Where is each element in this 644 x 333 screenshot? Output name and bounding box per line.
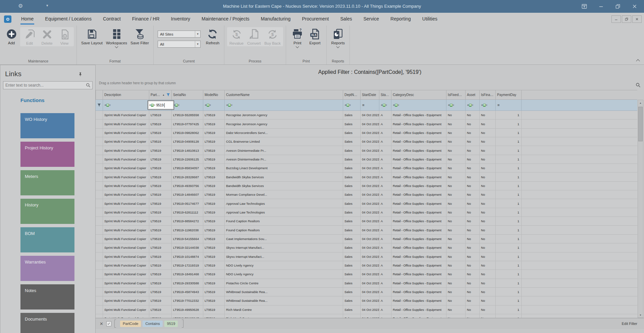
column-header-is-fixed-asset[interactable]: IsFixedAsset bbox=[446, 90, 466, 100]
app-icon[interactable]: ⚙ bbox=[4, 15, 11, 23]
filter-enabled-checkbox[interactable] bbox=[106, 321, 111, 326]
column-header-dept[interactable]: DeptName bbox=[343, 90, 361, 100]
ribbon-button-add[interactable]: Add bbox=[3, 27, 20, 46]
column-header-part-code[interactable]: PartCo...▲ bbox=[149, 90, 172, 100]
grid-row[interactable]: Sprint Multi Functional CopierLT9519LT95… bbox=[96, 155, 637, 164]
dropdown-all[interactable]: All▾ bbox=[158, 41, 201, 48]
grid-row[interactable]: Sprint Multi Functional CopierLT9519LT95… bbox=[96, 252, 637, 261]
filter-cell-start-date[interactable]: = bbox=[361, 100, 379, 111]
ribbon-button-workspaces[interactable]: Workspaces bbox=[104, 27, 129, 48]
sidebar-link-bom[interactable]: BOM bbox=[20, 227, 74, 252]
grid-row[interactable]: Sprint Multi Functional CopierLT9519LT95… bbox=[96, 146, 637, 155]
close-filter-icon[interactable]: ✕ bbox=[100, 321, 103, 326]
tab-inventory[interactable]: Inventory bbox=[165, 13, 196, 26]
filter-cell-is-financed[interactable]: aBc bbox=[480, 100, 496, 111]
restore-button[interactable] bbox=[614, 3, 621, 10]
grid-row[interactable]: Sprint Multi Functional CopierLT9519LT95… bbox=[96, 137, 637, 146]
ribbon-button-view[interactable]: View bbox=[56, 28, 73, 46]
grid-row[interactable]: Sprint Multi Functional CopierLT9519LT95… bbox=[96, 217, 637, 226]
filter-chip-9519[interactable]: 9519 bbox=[164, 321, 178, 327]
grid-row[interactable]: Sprint Multi Functional CopierLT9519LT95… bbox=[96, 279, 637, 288]
filter-cell-dept[interactable]: aBc bbox=[343, 100, 361, 111]
tab-manufacturing[interactable]: Manufacturing bbox=[255, 13, 297, 26]
grid-row[interactable]: Sprint Multi Functional CopierLT9519LT95… bbox=[96, 314, 637, 318]
column-header-payment-day[interactable]: PaymentDay bbox=[496, 90, 522, 100]
dropdown-all-sites[interactable]: All Sites▾ bbox=[158, 31, 201, 38]
grid-row[interactable]: Sprint Multi Functional CopierLT9519LT95… bbox=[96, 111, 637, 120]
grid-row[interactable]: Sprint Multi Functional CopierLT9519LT95… bbox=[96, 235, 637, 243]
ribbon-button-reports[interactable]: Reports bbox=[329, 27, 347, 48]
ribbon-button-print[interactable]: ?Print bbox=[289, 27, 306, 48]
grid-row[interactable]: Sprint Multi Functional CopierLT9519LT95… bbox=[96, 173, 637, 181]
scroll-up-icon[interactable]: ▲ bbox=[638, 100, 643, 105]
collapse-ribbon-icon[interactable] bbox=[636, 59, 640, 63]
ribbon-button-edit[interactable]: Edit bbox=[21, 28, 38, 46]
ribbon-panel-toggle-icon[interactable] bbox=[581, 3, 588, 10]
filter-chip-partcode[interactable]: PartCode bbox=[120, 321, 141, 327]
tab-service[interactable]: Service bbox=[358, 13, 385, 26]
filter-cell-model-no[interactable]: aBc bbox=[203, 100, 225, 111]
group-by-panel[interactable]: Drag a column header here to group by th… bbox=[96, 78, 644, 90]
filter-cell-customer[interactable]: aBc bbox=[225, 100, 343, 111]
partcode-filter-input[interactable] bbox=[155, 103, 164, 107]
sidebar-link-meters[interactable]: Meters bbox=[20, 170, 74, 195]
sidebar-link-wo-history[interactable]: WO History bbox=[20, 113, 74, 138]
vertical-scrollbar[interactable]: ▲ ▼ bbox=[638, 100, 643, 318]
column-filter-icon[interactable] bbox=[166, 93, 170, 97]
mdi-minimize-button[interactable] bbox=[611, 15, 621, 23]
grid-row[interactable]: Sprint Multi Functional CopierLT9519LT95… bbox=[96, 261, 637, 270]
filter-cell-payment-day[interactable]: = bbox=[496, 100, 522, 111]
tab-maintenance-projects[interactable]: Maintenance / Projects bbox=[196, 13, 255, 26]
column-header-is-financed[interactable]: IsFinanced bbox=[480, 90, 496, 100]
sidebar-link-notes[interactable]: Notes bbox=[20, 284, 74, 310]
sidebar-link-project-history[interactable]: Project History bbox=[20, 142, 74, 167]
grid-row[interactable]: Sprint Multi Functional CopierLT9519LT95… bbox=[96, 243, 637, 252]
grid-row[interactable]: Sprint Multi Functional CopierLT9519LT95… bbox=[96, 296, 637, 305]
grid-row[interactable]: Sprint Multi Functional CopierLT9519LT95… bbox=[96, 208, 637, 217]
column-header-asset[interactable]: Asset bbox=[466, 90, 480, 100]
ribbon-button-save-filter[interactable]: Save Filter bbox=[129, 27, 151, 46]
sidebar-link-warranties[interactable]: Warranties bbox=[20, 256, 74, 281]
grid-row[interactable]: Sprint Multi Functional CopierLT9519LT95… bbox=[96, 270, 637, 279]
scrollbar-track[interactable] bbox=[638, 105, 643, 312]
column-header-category[interactable]: CategoryDesc bbox=[391, 90, 446, 100]
grid-row[interactable]: Sprint Multi Functional CopierLT9519LT95… bbox=[96, 288, 637, 296]
pin-icon[interactable] bbox=[78, 72, 83, 78]
tab-home[interactable]: Home bbox=[15, 13, 39, 26]
ribbon-button-buy-back[interactable]: $Buy Back bbox=[263, 28, 282, 46]
sidebar-link-documents[interactable]: Documents bbox=[20, 313, 74, 333]
grid-row[interactable]: Sprint Multi Functional CopierLT9519LT95… bbox=[96, 129, 637, 137]
scroll-down-icon[interactable]: ▼ bbox=[638, 312, 643, 318]
column-header-serial[interactable]: SerialNo bbox=[172, 90, 203, 100]
column-header-model-no[interactable]: ModelNo bbox=[203, 90, 225, 100]
column-header-customer[interactable]: CustomerName bbox=[225, 90, 343, 100]
search-icon[interactable] bbox=[84, 83, 92, 88]
filter-cell-is-fixed-asset[interactable]: aBc bbox=[446, 100, 466, 111]
tab-equipment-locations[interactable]: Equipment / Locations bbox=[39, 13, 97, 26]
tab-contract[interactable]: Contract bbox=[97, 13, 126, 26]
filter-chip-contains[interactable]: Contains bbox=[143, 321, 162, 327]
edit-filter-button[interactable]: Edit Filter bbox=[622, 322, 637, 326]
filter-cell-part-code[interactable]: aBc bbox=[149, 100, 172, 111]
ribbon-button-save-layout[interactable]: Save Layout bbox=[79, 27, 104, 46]
grid-row[interactable]: Sprint Multi Functional CopierLT9519LT95… bbox=[96, 199, 637, 208]
tab-sales[interactable]: Sales bbox=[334, 13, 358, 26]
ribbon-button-delete[interactable]: Delete bbox=[38, 28, 56, 46]
ribbon-button-revalue[interactable]: $Revalue bbox=[228, 28, 245, 46]
scrollbar-thumb[interactable] bbox=[638, 107, 643, 141]
filter-cell-serial[interactable]: aBc bbox=[172, 100, 203, 111]
grid-row[interactable]: Sprint Multi Functional CopierLT9519LT95… bbox=[96, 305, 637, 314]
tab-finance-hr[interactable]: Finance / HR bbox=[126, 13, 165, 26]
ribbon-button-refresh[interactable]: Refresh bbox=[204, 27, 221, 46]
column-header-description[interactable]: Description bbox=[103, 90, 149, 100]
ribbon-button-convert[interactable]: Convert bbox=[245, 28, 263, 46]
tab-reporting[interactable]: Reporting bbox=[385, 13, 417, 26]
minimize-button[interactable] bbox=[598, 3, 604, 10]
tab-utilities[interactable]: Utilities bbox=[417, 13, 443, 26]
grid-row[interactable]: Sprint Multi Functional CopierLT9519LT95… bbox=[96, 226, 637, 234]
column-header-status[interactable]: Status bbox=[379, 90, 391, 100]
filter-cell-asset[interactable]: aBc bbox=[466, 100, 480, 111]
column-header-start-date[interactable]: StartDate bbox=[361, 90, 379, 100]
partcode-filter-editor[interactable]: aBc bbox=[148, 100, 174, 110]
grid-row[interactable]: Sprint Multi Functional CopierLT9519LT95… bbox=[96, 164, 637, 173]
